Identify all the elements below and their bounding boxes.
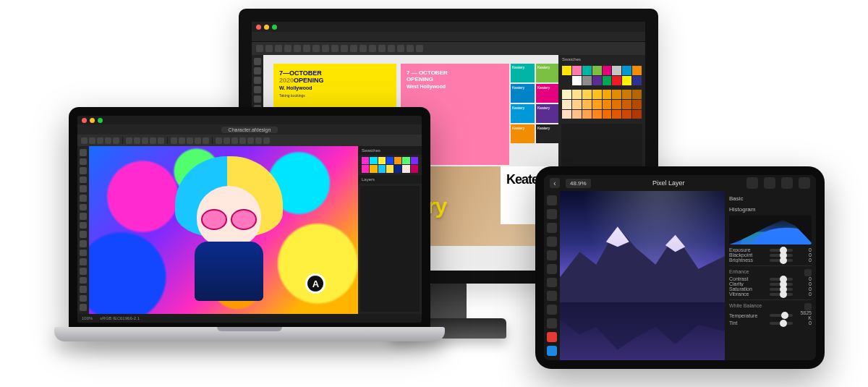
slider-blackpoint[interactable]: Blackpoint0 [729,252,812,258]
minimize-icon[interactable] [264,25,269,30]
swatch[interactable] [411,157,418,164]
slider-contrast[interactable]: Contrast0 [729,276,812,281]
gradient-button[interactable] [150,137,156,144]
group-white-balance[interactable]: White Balance [729,299,812,310]
canvas[interactable] [560,191,725,360]
move-tool[interactable] [254,58,261,65]
menu-icon[interactable] [799,177,810,189]
swatch[interactable] [592,90,602,99]
move-button[interactable] [89,137,95,144]
swatch[interactable] [582,76,592,85]
swatch[interactable] [612,100,621,109]
artboard-tool[interactable] [254,67,261,75]
zoom-indicator[interactable]: 48.9% [566,179,591,188]
brush-button[interactable] [134,137,140,144]
hand-button[interactable] [203,137,209,144]
crop-tool[interactable] [547,223,557,233]
gradient-tool[interactable] [547,305,557,315]
burn-tool[interactable] [547,291,557,301]
swatch[interactable] [632,110,642,119]
crop-button[interactable] [331,45,339,52]
swatch[interactable] [582,110,592,119]
pencil-button[interactable] [126,137,132,144]
node-tool[interactable] [80,158,87,166]
boolean-subtract-button[interactable] [247,137,254,144]
shape-button[interactable] [294,45,301,52]
swatch[interactable] [592,76,602,85]
swatch[interactable] [562,66,571,75]
swatch[interactable] [386,157,393,164]
text-button[interactable] [275,45,282,52]
artboard-tool[interactable] [80,286,87,293]
ellipse-tool[interactable] [80,240,87,247]
slider-tint[interactable]: Tint0 [729,320,812,326]
traffic-lights[interactable] [256,25,277,30]
text-tool[interactable] [547,318,557,328]
clone-tool[interactable] [547,250,557,260]
swatch[interactable] [603,76,612,85]
rectangle-tool[interactable] [80,231,87,238]
group-enhance[interactable]: Enhance [729,265,812,276]
reset-icon[interactable] [804,303,812,310]
slider-track[interactable] [770,293,793,296]
swatches-grid[interactable] [558,64,645,88]
document-tab[interactable]: Character.afdesign [77,124,422,135]
swatch[interactable] [622,66,631,75]
brand-swatch[interactable]: Keatery [536,64,558,82]
slider-track[interactable] [770,283,793,286]
rectangle-tool[interactable] [254,95,261,103]
pen-tool[interactable] [80,167,87,174]
swatch[interactable] [603,100,612,109]
boolean-add-button[interactable] [239,137,246,144]
color-picker-tool[interactable] [80,295,87,302]
swatch[interactable] [394,165,401,172]
node-button[interactable] [265,45,273,52]
pen-tool[interactable] [254,77,261,84]
swatch[interactable] [370,165,377,172]
back-button[interactable]: ‹ [550,178,560,188]
swatch[interactable] [582,90,592,99]
swatch[interactable] [622,90,631,99]
move-tool[interactable] [80,149,87,156]
canvas[interactable]: A [89,146,358,314]
transparency-button[interactable] [158,137,164,144]
boolean-intersect-button[interactable] [255,137,262,144]
color-fg-tool[interactable] [547,332,557,342]
align-left-button[interactable] [369,45,376,52]
brand-swatch[interactable]: Keatery [511,84,535,103]
export-button[interactable] [216,137,222,144]
frame-button[interactable] [284,45,292,52]
swatch[interactable] [632,100,642,109]
zoom-button[interactable] [341,45,348,52]
slider-saturation[interactable]: Saturation0 [729,286,812,292]
fill-tool[interactable] [80,204,87,211]
brand-swatch[interactable]: Keatery [536,104,558,123]
slider-knob[interactable] [780,320,787,327]
swatch[interactable] [622,76,631,85]
swatch[interactable] [612,90,621,99]
zoom-tool[interactable] [80,304,87,311]
export-button[interactable] [359,45,367,52]
slider-clarity[interactable]: Clarity0 [729,281,812,286]
swatch[interactable] [562,100,571,109]
snap-button[interactable] [224,137,230,144]
slider-vibrance[interactable]: Vibrance0 [729,292,812,297]
brush-tool[interactable] [547,237,557,247]
select-button[interactable] [256,45,263,52]
brand-swatch[interactable]: Keatery [511,124,535,143]
swatch[interactable] [603,66,612,75]
swatch[interactable] [612,110,621,119]
slider-track[interactable] [770,322,793,325]
boolean-xor-button[interactable] [263,137,270,144]
mask-icon[interactable] [764,177,775,189]
gradient-button[interactable] [322,45,329,52]
text-button[interactable] [171,137,177,144]
swatch[interactable] [612,76,621,85]
ungroup-button[interactable] [416,45,423,52]
slider-track[interactable] [770,278,793,281]
minimize-icon[interactable] [90,118,95,123]
crop-button[interactable] [187,137,193,144]
color-bg-tool[interactable] [547,346,557,356]
swatch[interactable] [411,165,418,172]
slider-knob[interactable] [781,312,788,319]
